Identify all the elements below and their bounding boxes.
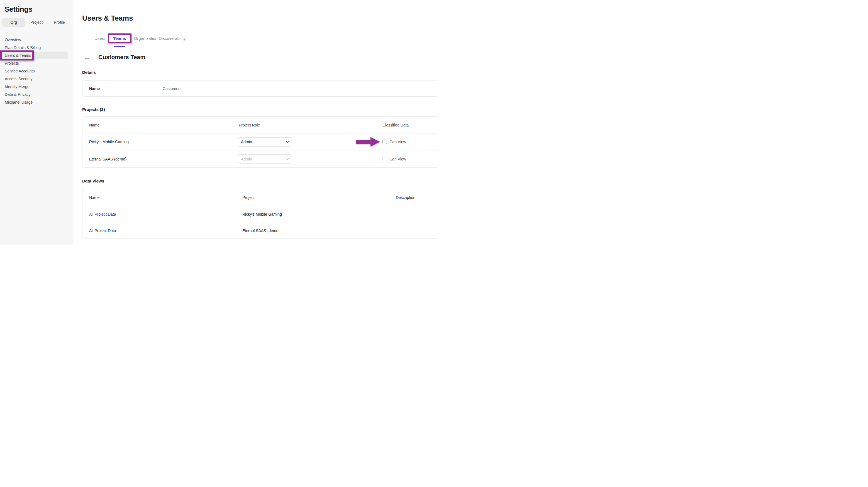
can-view-checkbox[interactable] <box>382 140 387 144</box>
sidebar-item-identity-merge[interactable]: Identity Merge <box>0 83 73 91</box>
classified-data-cell: Can View <box>382 157 437 161</box>
sidebar-item-users-teams[interactable]: Users & Teams <box>2 52 68 59</box>
chevron-down-icon <box>285 157 288 160</box>
sidebar-item-users-teams-label: Users & Teams <box>5 52 31 59</box>
back-arrow-icon: ← <box>84 53 91 61</box>
project-role-value: Admin <box>241 140 252 144</box>
data-views-table-header: Name Project Description <box>83 189 437 206</box>
active-tab-underline <box>114 46 125 47</box>
projects-table-header: Name Project Role Classified Data <box>83 117 437 133</box>
projects-col-project-role: Project Role <box>237 123 382 127</box>
data-views-table: Name Project Description All Project Dat… <box>82 189 437 239</box>
project-name: Eternal SAAS {demo} <box>83 157 237 161</box>
projects-col-classified-data: Classified Data <box>382 123 437 127</box>
project-role-value: Admin <box>241 157 252 161</box>
sidebar-item-mixpanel-usage[interactable]: Mixpanel Usage <box>0 98 73 106</box>
project-row-rickys-mobile-gaming: Ricky's Mobile Gaming Admin Can View <box>83 133 437 150</box>
tab-users[interactable]: Users <box>94 36 105 41</box>
data-views-heading: Data Views <box>82 179 437 183</box>
classified-data-cell: Can View <box>382 140 437 144</box>
annotation-box-users-teams: Users & Teams <box>0 51 34 60</box>
tab-organization-discoverability[interactable]: Organization Discoverability <box>134 36 186 41</box>
main-content: Users & Teams Users Teams Organization D… <box>73 0 437 245</box>
annotation-box-teams-tab: Teams <box>108 33 131 43</box>
data-view-project: Eternal SAAS {demo} <box>242 229 396 233</box>
details-name-row: Name Customers <box>83 81 437 96</box>
main-tabs: Users Teams Organization Discoverability <box>73 31 437 46</box>
data-views-col-description: Description <box>396 195 437 200</box>
can-view-checkbox[interactable] <box>382 157 387 161</box>
sidebar-nav: Overview Plan Details & Billing Users & … <box>0 36 73 106</box>
team-header: ← Customers Team <box>84 53 437 61</box>
sidebar-title: Settings <box>4 5 73 14</box>
data-views-col-project: Project <box>242 195 396 200</box>
details-card: Name Customers <box>82 80 437 97</box>
projects-heading: Projects (2) <box>82 107 437 112</box>
data-view-row: All Project Data Eternal SAAS {demo} <box>83 223 437 239</box>
sidebar-item-service-accounts[interactable]: Service Accounts <box>0 67 73 75</box>
project-name: Ricky's Mobile Gaming <box>83 140 237 144</box>
details-heading: Details <box>82 70 437 74</box>
data-view-project: Ricky's Mobile Gaming <box>242 212 396 216</box>
team-title: Customers Team <box>98 54 146 60</box>
settings-app: Settings Org Project Profile Overview Pl… <box>0 0 437 245</box>
project-row-eternal-saas-demo: Eternal SAAS {demo} Admin Can View <box>83 150 437 168</box>
settings-sidebar: Settings Org Project Profile Overview Pl… <box>0 0 73 245</box>
data-views-col-name: Name <box>83 195 242 200</box>
sidebar-item-data-privacy[interactable]: Data & Privacy <box>0 91 73 98</box>
page-title: Users & Teams <box>82 14 437 23</box>
scope-tab-org[interactable]: Org <box>2 18 25 27</box>
sidebar-item-projects[interactable]: Projects <box>0 59 73 67</box>
sidebar-item-overview[interactable]: Overview <box>0 36 73 44</box>
scope-tab-profile[interactable]: Profile <box>48 18 71 27</box>
project-role-dropdown-disabled: Admin <box>237 154 292 163</box>
all-project-data-link[interactable]: All Project Data <box>83 212 242 216</box>
can-view-label: Can View <box>390 157 406 161</box>
back-button[interactable]: ← <box>84 54 91 60</box>
project-role-dropdown[interactable]: Admin <box>237 138 292 147</box>
chevron-down-icon <box>285 140 288 143</box>
details-name-value: Customers <box>163 86 437 91</box>
scope-tab-project[interactable]: Project <box>25 18 48 27</box>
data-view-row: All Project Data Ricky's Mobile Gaming <box>83 206 437 223</box>
tab-teams[interactable]: Teams <box>113 36 126 41</box>
projects-col-name: Name <box>83 123 237 127</box>
sidebar-item-access-security[interactable]: Access Security <box>0 75 73 83</box>
details-name-label: Name <box>83 86 163 91</box>
all-project-data-link[interactable]: All Project Data <box>83 229 242 233</box>
annotation-arrow <box>356 137 380 147</box>
projects-table: Name Project Role Classified Data Ricky'… <box>82 117 437 168</box>
can-view-label: Can View <box>390 140 406 144</box>
scope-tabs: Org Project Profile <box>2 18 71 27</box>
